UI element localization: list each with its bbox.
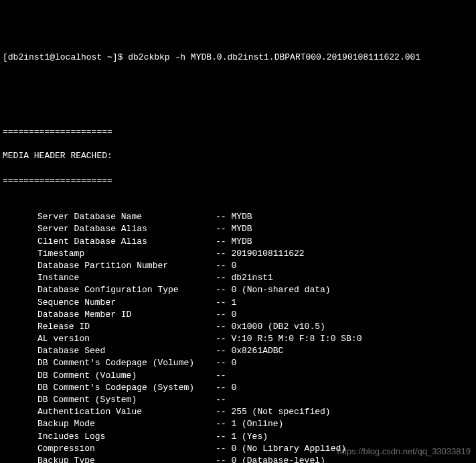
- field-separator: --: [216, 431, 231, 443]
- field-row: DB Comment's Codepage (System)-- 0: [3, 382, 473, 394]
- field-row: Authentication Value-- 255 (Not specifie…: [3, 406, 473, 418]
- field-label: Release ID: [3, 321, 216, 333]
- watermark-text: https://blog.csdn.net/qq_33033819: [337, 446, 471, 458]
- field-label: Backup Mode: [3, 418, 216, 430]
- field-label: DB Comment (Volume): [3, 370, 216, 382]
- field-label: Compression: [3, 443, 216, 455]
- field-value: db2inst1: [231, 272, 272, 284]
- field-separator: --: [216, 223, 231, 235]
- field-separator: --: [216, 406, 231, 418]
- field-row: Server Database Alias-- MYDB: [3, 223, 473, 235]
- field-value: 0 (Database-level): [231, 455, 325, 463]
- field-value: 20190108111622: [231, 248, 304, 260]
- field-separator: --: [216, 297, 231, 309]
- blank-line-1: [3, 77, 473, 89]
- field-separator: --: [216, 394, 231, 406]
- field-label: Database Seed: [3, 345, 216, 357]
- field-row: DB Comment (System)--: [3, 394, 473, 406]
- field-separator: --: [216, 333, 231, 345]
- field-separator: --: [216, 272, 231, 284]
- field-row: Instance-- db2inst1: [3, 272, 473, 284]
- field-separator: --: [216, 260, 231, 272]
- field-label: Authentication Value: [3, 406, 216, 418]
- field-row: AL version-- V:10 R:5 M:0 F:8 I:0 SB:0: [3, 333, 473, 345]
- field-row: Timestamp-- 20190108111622: [3, 248, 473, 260]
- field-separator: --: [216, 309, 231, 321]
- field-separator: --: [216, 284, 231, 296]
- field-separator: --: [216, 357, 231, 369]
- divider-bottom: =====================: [3, 175, 473, 187]
- field-label: Client Database Alias: [3, 236, 216, 248]
- field-row: Database Configuration Type-- 0 (Non-sha…: [3, 284, 473, 296]
- field-row: Database Member ID-- 0: [3, 309, 473, 321]
- field-row: DB Comment's Codepage (Volume)-- 0: [3, 357, 473, 369]
- field-value: MYDB: [231, 236, 252, 248]
- field-rows-1: Server Database Name-- MYDBServer Databa…: [3, 211, 473, 463]
- field-separator: --: [216, 443, 231, 455]
- field-separator: --: [216, 455, 231, 463]
- field-value: 0: [231, 260, 236, 272]
- field-value: V:10 R:5 M:0 F:8 I:0 SB:0: [231, 333, 362, 345]
- field-row: DB Comment (Volume)--: [3, 370, 473, 382]
- field-value: 0: [231, 309, 236, 321]
- field-separator: --: [216, 321, 231, 333]
- field-value: 0: [231, 382, 236, 394]
- field-separator: --: [216, 418, 231, 430]
- field-row: Backup Mode-- 1 (Online): [3, 418, 473, 430]
- field-separator: --: [216, 382, 231, 394]
- field-row: Sequence Number-- 1: [3, 297, 473, 309]
- prompt-user-host: [db2inst1@localhost ~]$: [3, 52, 128, 62]
- prompt-command: db2ckbkp -h MYDB.0.db2inst1.DBPART000.20…: [128, 52, 420, 62]
- blank-line-2: [3, 102, 473, 114]
- field-value: MYDB: [231, 223, 252, 235]
- field-label: DB Comment (System): [3, 394, 216, 406]
- field-value: 1: [231, 297, 236, 309]
- field-label: Sequence Number: [3, 297, 216, 309]
- field-value: 0 (No Library Applied): [231, 443, 346, 455]
- field-separator: --: [216, 370, 231, 382]
- field-row: Server Database Name-- MYDB: [3, 211, 473, 223]
- field-label: Timestamp: [3, 248, 216, 260]
- field-row: Includes Logs-- 1 (Yes): [3, 431, 473, 443]
- field-label: Database Member ID: [3, 309, 216, 321]
- field-label: Server Database Name: [3, 211, 216, 223]
- field-label: DB Comment's Codepage (System): [3, 382, 216, 394]
- field-label: Includes Logs: [3, 431, 216, 443]
- field-label: Database Configuration Type: [3, 284, 216, 296]
- field-row: Database Seed-- 0x8261ADBC: [3, 345, 473, 357]
- field-row: Release ID-- 0x1000 (DB2 v10.5): [3, 321, 473, 333]
- field-separator: --: [216, 248, 231, 260]
- field-value: 1 (Online): [231, 418, 283, 430]
- field-value: 0x1000 (DB2 v10.5): [231, 321, 325, 333]
- field-separator: --: [216, 211, 231, 223]
- field-label: Instance: [3, 272, 216, 284]
- field-value: 1 (Yes): [231, 431, 268, 443]
- field-label: Server Database Alias: [3, 223, 216, 235]
- field-separator: --: [216, 345, 231, 357]
- field-value: 255 (Not specified): [231, 406, 330, 418]
- field-label: Backup Type: [3, 455, 216, 463]
- field-label: DB Comment's Codepage (Volume): [3, 357, 216, 369]
- field-label: AL version: [3, 333, 216, 345]
- divider-top: =====================: [3, 126, 473, 138]
- field-value: 0: [231, 357, 236, 369]
- terminal-prompt-line[interactable]: [db2inst1@localhost ~]$ db2ckbkp -h MYDB…: [3, 52, 473, 64]
- field-value: 0x8261ADBC: [231, 345, 283, 357]
- field-value: 0 (Non-shared data): [231, 284, 330, 296]
- field-row: Client Database Alias-- MYDB: [3, 236, 473, 248]
- field-separator: --: [216, 236, 231, 248]
- media-header-title: MEDIA HEADER REACHED:: [3, 150, 473, 162]
- field-value: MYDB: [231, 211, 252, 223]
- field-label: Database Partition Number: [3, 260, 216, 272]
- field-row: Database Partition Number-- 0: [3, 260, 473, 272]
